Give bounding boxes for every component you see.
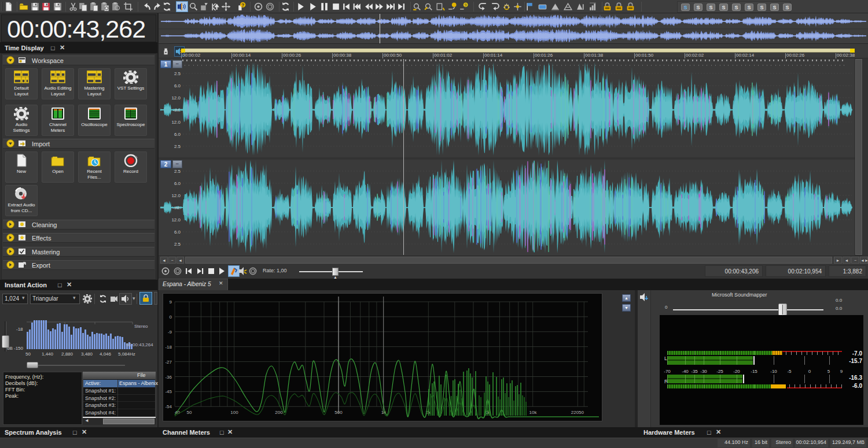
svg-text:-36: -36 [165, 375, 172, 380]
svg-text:-inf.: -inf. [173, 108, 181, 113]
svg-text:9: 9 [840, 369, 843, 374]
svg-text:-9: -9 [168, 329, 172, 335]
svg-text:-18: -18 [165, 345, 172, 350]
svg-text:-45: -45 [165, 389, 172, 394]
svg-text:-5: -5 [787, 369, 792, 374]
svg-text:-40: -40 [682, 369, 689, 374]
svg-text:2.5: 2.5 [174, 242, 181, 247]
svg-text:-25: -25 [716, 369, 723, 374]
svg-text:-27: -27 [165, 360, 172, 365]
svg-text:12.0: 12.0 [171, 95, 181, 101]
svg-text:6.0: 6.0 [174, 83, 181, 88]
svg-text:-7.0: -7.0 [852, 350, 863, 357]
svg-text:-inf.: -inf. [173, 205, 181, 210]
svg-text:L: L [664, 356, 667, 361]
svg-text:6.0: 6.0 [174, 132, 181, 137]
svg-text:500: 500 [334, 410, 343, 415]
svg-text:12.0: 12.0 [171, 120, 181, 125]
svg-text:-20: -20 [733, 369, 740, 374]
svg-text:22050: 22050 [571, 410, 584, 415]
svg-text:100: 100 [230, 410, 238, 415]
svg-text:50: 50 [187, 410, 192, 415]
svg-text:0: 0 [808, 369, 811, 374]
svg-text:12.0: 12.0 [171, 217, 181, 223]
svg-text:-15.7: -15.7 [849, 358, 862, 364]
svg-text:2.5: 2.5 [174, 169, 181, 174]
svg-text:0: 0 [170, 314, 172, 320]
svg-text:2.5: 2.5 [174, 71, 181, 76]
svg-text:-30: -30 [700, 369, 707, 374]
svg-text:6.0: 6.0 [174, 229, 181, 235]
svg-text:-35: -35 [691, 369, 698, 374]
svg-text:2.5: 2.5 [174, 144, 181, 149]
svg-text:10k: 10k [529, 410, 538, 415]
svg-text:12.0: 12.0 [171, 193, 181, 198]
svg-text:-16.3: -16.3 [849, 375, 862, 381]
svg-text:9: 9 [170, 299, 172, 305]
svg-text:6.0: 6.0 [174, 181, 181, 186]
svg-text:-10: -10 [770, 369, 777, 374]
svg-text:5: 5 [827, 369, 830, 374]
svg-text:-70: -70 [664, 369, 671, 374]
svg-text:200: 200 [275, 410, 283, 415]
svg-text:-6.0: -6.0 [852, 383, 863, 389]
svg-text:-54: -54 [165, 404, 172, 409]
svg-text:-15: -15 [751, 369, 757, 374]
